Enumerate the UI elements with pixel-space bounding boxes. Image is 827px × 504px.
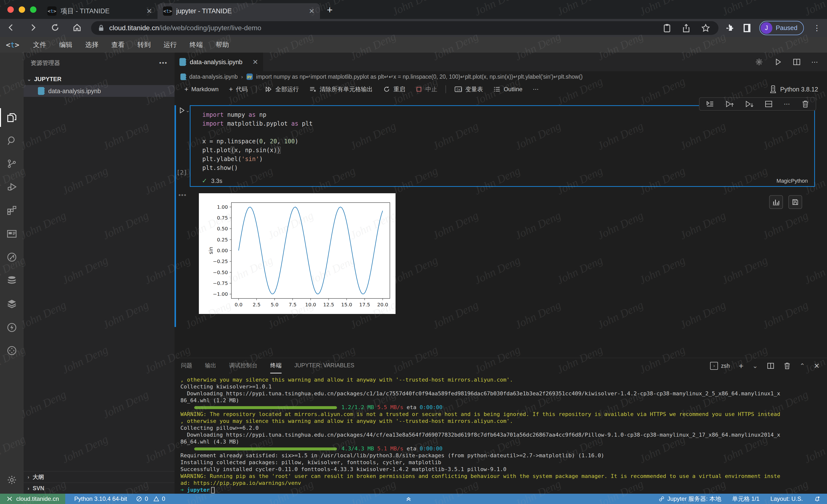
browser-tab-jupyter[interactable]: <t> jupyter - TITANIDE ✕	[157, 3, 320, 19]
maximize-panel-icon[interactable]: ⌃	[800, 362, 805, 370]
kernel-picker[interactable]: Python 3.8.12	[769, 85, 827, 94]
clipboard-icon[interactable]	[663, 23, 671, 33]
minimize-window-button[interactable]	[19, 6, 25, 13]
cell-language[interactable]: MagicPython	[777, 178, 808, 184]
home-icon[interactable]	[66, 23, 88, 33]
delete-cell-icon[interactable]	[801, 100, 809, 108]
side-panel-icon[interactable]	[742, 23, 751, 33]
sidebar-section-svn[interactable]: › SVN	[23, 482, 175, 494]
reload-icon[interactable]	[44, 23, 66, 33]
close-icon[interactable]: ✕	[252, 58, 258, 66]
outline-button[interactable]: Outline	[489, 84, 526, 95]
tab-jupyter-variables[interactable]: JUPYTER: VARIABLES	[294, 358, 354, 374]
code-editor[interactable]: import numpy as npimport matplotlib.pypl…	[191, 106, 814, 172]
preview-panel-icon[interactable]	[6, 229, 17, 239]
close-icon[interactable]: ✕	[309, 7, 314, 15]
sidebar-more-icon[interactable]: •••	[159, 59, 167, 66]
close-panel-icon[interactable]: ✕	[814, 362, 820, 370]
cell-position-indicator[interactable]: 单元格 1/1	[732, 495, 760, 503]
menu-selection[interactable]: 选择	[79, 40, 105, 49]
sidebar-section-outline[interactable]: › 大纲	[23, 471, 175, 482]
remote-indicator[interactable]: cloud.titanide.cn	[0, 494, 65, 504]
notebook-settings-gear-icon[interactable]	[755, 58, 764, 66]
forward-icon[interactable]	[22, 23, 44, 33]
add-markdown-button[interactable]: +Markdown	[181, 84, 223, 95]
menu-edit[interactable]: 编辑	[53, 40, 79, 49]
sidebar-section-jupyter[interactable]: ⌄ JUPYTER	[23, 67, 175, 85]
python-interpreter[interactable]: Python 3.10.4 64-bit	[74, 495, 127, 502]
window-controls[interactable]	[7, 6, 37, 13]
close-icon[interactable]: ✕	[146, 7, 152, 15]
chart-viewer-button[interactable]	[769, 195, 783, 209]
clear-outputs-button[interactable]: 清除所有单元格输出	[305, 84, 377, 95]
back-icon[interactable]	[0, 23, 22, 33]
cell-more-icon[interactable]: ⋯	[784, 100, 790, 108]
problems-indicator[interactable]: 0 0	[136, 495, 165, 502]
menu-terminal[interactable]: 终端	[183, 40, 209, 49]
terminal-shell-picker[interactable]: › zsh	[710, 362, 730, 370]
run-icon[interactable]	[774, 58, 782, 66]
toolbar-more-icon[interactable]: ⋯	[529, 84, 543, 94]
add-code-button[interactable]: +代码	[225, 84, 251, 95]
address-bar[interactable]: cloud.titanide.cn/ide/web/coding/jupyter…	[91, 21, 719, 35]
breadcrumb-code-summary[interactable]: import numpy as np↵import matplotlib.pyp…	[256, 73, 583, 80]
share-icon[interactable]	[682, 23, 690, 33]
breadcrumb[interactable]: data-analysis.ipynb › py import numpy as…	[175, 71, 827, 82]
profile-button[interactable]: J Paused	[759, 21, 804, 35]
keyboard-layout-indicator[interactable]: Layout: U.S.	[770, 495, 803, 502]
browser-menu-icon[interactable]: ⋮	[813, 23, 821, 32]
output-more-icon[interactable]: •••	[179, 191, 187, 199]
tab-debug-console[interactable]: 调试控制台	[229, 358, 257, 374]
split-terminal-icon[interactable]	[767, 362, 775, 370]
breadcrumb-file[interactable]: data-analysis.ipynb	[189, 73, 238, 80]
jupyter-server-indicator[interactable]: Jupyter 服务器: 本地	[659, 495, 721, 503]
editor-more-icon[interactable]: ⋯	[811, 58, 819, 66]
source-control-icon[interactable]	[6, 158, 17, 169]
settings-gear-icon[interactable]	[6, 474, 17, 485]
search-icon[interactable]	[6, 135, 17, 146]
split-cell-icon[interactable]	[765, 100, 773, 108]
editor-tab-notebook[interactable]: data-analysis.ipynb ✕	[175, 53, 263, 71]
sidebar-item-notebook[interactable]: data-analysis.ipynb	[23, 85, 175, 97]
code-cell[interactable]: import numpy as npimport matplotlib.pypl…	[190, 105, 815, 187]
run-all-button[interactable]: 全部运行	[261, 84, 303, 95]
tab-terminal[interactable]: 终端	[270, 358, 282, 374]
notifications-bell-icon[interactable]	[814, 495, 821, 502]
restart-button[interactable]: 重启	[379, 84, 409, 95]
terminal-dropdown-icon[interactable]: ⌄	[752, 362, 758, 370]
save-output-button[interactable]	[788, 195, 802, 209]
menu-view[interactable]: 查看	[105, 40, 131, 49]
menu-run[interactable]: 运行	[157, 40, 183, 49]
expand-panel-handle[interactable]	[405, 494, 412, 504]
menu-goto[interactable]: 转到	[131, 40, 157, 49]
kill-terminal-trash-icon[interactable]	[783, 362, 791, 370]
layers-icon[interactable]	[6, 298, 17, 309]
menu-file[interactable]: 文件	[27, 40, 53, 49]
menu-help[interactable]: 帮助	[209, 40, 235, 49]
chevron-down-icon[interactable]: ⌄	[186, 107, 190, 113]
run-below-icon[interactable]	[745, 100, 753, 108]
run-debug-icon[interactable]	[6, 181, 17, 192]
terminal-output[interactable]: , otherwise you may silence this warning…	[175, 374, 827, 494]
run-cell-button[interactable]: ⌄	[178, 106, 190, 115]
move-arrows-icon[interactable]	[6, 345, 17, 356]
close-window-button[interactable]	[7, 6, 14, 13]
explorer-icon[interactable]	[6, 112, 17, 123]
run-by-line-icon[interactable]	[706, 100, 714, 108]
new-terminal-icon[interactable]: +	[739, 361, 743, 371]
lightning-icon[interactable]	[6, 322, 17, 333]
run-above-icon[interactable]	[725, 100, 734, 108]
bookmark-star-icon[interactable]	[701, 23, 710, 33]
variables-button[interactable]: (x) 变量表	[450, 84, 487, 95]
tab-problems[interactable]: 问题	[181, 358, 192, 374]
maximize-window-button[interactable]	[30, 6, 37, 13]
share-circle-icon[interactable]	[6, 252, 17, 263]
extensions-puzzle-icon[interactable]	[725, 23, 735, 33]
database-icon[interactable]	[6, 275, 17, 286]
extensions-icon[interactable]	[6, 205, 17, 215]
new-tab-button[interactable]: +	[327, 4, 333, 15]
tab-output[interactable]: 输出	[205, 358, 216, 374]
split-editor-icon[interactable]	[792, 58, 801, 66]
url-text[interactable]: cloud.titanide.cn/ide/web/coding/jupyter…	[109, 24, 658, 32]
interrupt-button[interactable]: 中止	[411, 84, 441, 95]
